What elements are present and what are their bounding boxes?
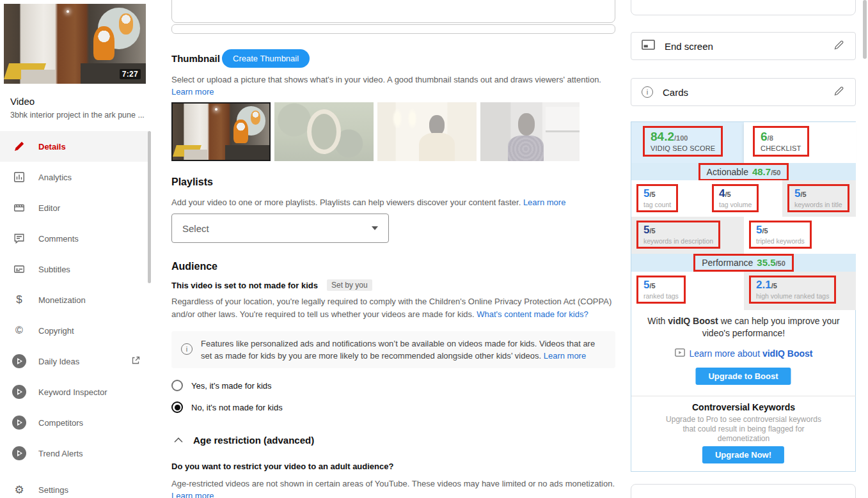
vidiq-panel: 84.2/100 VIDIQ SEO SCORE 6/8 CHECKLIST A… <box>631 121 856 472</box>
tab-checklist[interactable]: 6/8 CHECKLIST <box>744 122 856 163</box>
metric-tag-count: 5/5tag count <box>631 180 707 217</box>
performance-annotated: Performance 35.5/50 <box>693 254 794 272</box>
upgrade-now-button[interactable]: Upgrade Now! <box>702 446 784 463</box>
controversial-keywords-body: Upgrade to Pro to see controversial keyw… <box>631 415 856 444</box>
playlists-learn-more-link[interactable]: Learn more <box>523 198 565 207</box>
vidiq-icon <box>12 446 27 460</box>
tab-vidiq-seo-score[interactable]: 84.2/100 VIDIQ SEO SCORE <box>631 122 744 163</box>
vidiq-icon <box>12 416 27 430</box>
video-section-label: Video <box>10 96 35 107</box>
age-restriction-heading: Age restriction (advanced) <box>193 435 314 446</box>
age-restriction-helper: Age-restricted videos are not shown in c… <box>171 478 626 490</box>
sidebar-item-comments[interactable]: Comments <box>0 223 148 254</box>
analytics-icon <box>12 171 27 183</box>
info-icon: i <box>181 343 193 355</box>
editor-icon <box>12 202 27 214</box>
audience-status: This video is set to not made for kidsSe… <box>171 279 372 291</box>
video-duration: 7:27 <box>120 69 141 79</box>
playlists-helper-text: Add your video to one or more playlists.… <box>171 196 632 209</box>
thumbnail-option-2[interactable] <box>274 102 374 161</box>
sidebar-item-details[interactable]: Details <box>0 131 148 162</box>
audience-heading: Audience <box>171 261 217 272</box>
page-scrollbar[interactable] <box>863 0 867 59</box>
checklist-annotated: 6/8 CHECKLIST <box>753 126 809 157</box>
description-field[interactable] <box>171 0 615 23</box>
video-title: 3bhk interior project in the ark pune ..… <box>10 111 145 120</box>
performance-value: 35.5 <box>757 257 775 268</box>
youtube-studio-video-details-page: 7:27 Video 3bhk interior project in the … <box>0 0 868 498</box>
upgrade-to-boost-button[interactable]: Upgrade to Boost <box>695 368 791 385</box>
age-restriction-question: Do you want to restrict your video to an… <box>171 462 393 471</box>
actionable-value: 48.7 <box>752 166 771 177</box>
cards-label: Cards <box>663 87 833 98</box>
radio-not-made-for-kids[interactable]: No, it's not made for kids <box>171 401 283 413</box>
coppa-text: Regardless of your location, you're lega… <box>171 295 619 321</box>
thumbnail-learn-more-link[interactable]: Learn more <box>171 87 214 97</box>
comments-icon <box>12 233 27 244</box>
playlists-select-value: Select <box>182 223 372 234</box>
radio-icon-unselected[interactable] <box>171 380 183 391</box>
metric-keywords-in-description: 5/5keywords in description <box>631 217 744 254</box>
thumbnail-option-selected[interactable] <box>171 102 271 161</box>
edit-pencil-icon[interactable] <box>833 39 845 53</box>
partial-card-top <box>631 0 856 15</box>
dollar-icon: $ <box>12 293 27 306</box>
partial-card-bottom <box>631 484 856 498</box>
sidebar-item-editor[interactable]: Editor <box>0 192 148 223</box>
panel-divider <box>631 396 856 396</box>
sidebar-item-daily-ideas[interactable]: Daily Ideas <box>0 346 148 377</box>
thumbnail-option-4[interactable] <box>480 102 580 161</box>
boost-learn-more-row[interactable]: Learn more about vidIQ Boost <box>631 348 856 359</box>
vidiq-icon <box>12 385 27 399</box>
metric-keywords-in-title: 5/5keywords in title <box>782 180 856 217</box>
checklist-value: 6 <box>761 130 768 143</box>
age-restriction-toggle[interactable]: Age restriction (advanced) <box>174 434 314 446</box>
video-preview[interactable]: 7:27 <box>4 4 146 84</box>
seo-score-label: VIDIQ SEO SCORE <box>651 144 715 152</box>
controversial-keywords-heading: Controversial Keywords <box>631 402 856 412</box>
edit-pencil-icon[interactable] <box>833 85 845 99</box>
end-screen-label: End screen <box>665 41 833 52</box>
coppa-link[interactable]: What's content made for kids? <box>477 309 588 319</box>
gear-icon: ⚙ <box>12 483 27 497</box>
sidebar-item-settings[interactable]: ⚙ Settings <box>0 474 148 498</box>
radio-made-for-kids[interactable]: Yes, it's made for kids <box>171 380 272 391</box>
sidebar-item-monetization[interactable]: $ Monetization <box>0 284 148 315</box>
thumbnail-heading: Thumbnail <box>171 53 220 64</box>
actionable-annotated: Actionable 48.7/50 <box>698 163 789 181</box>
playlists-select[interactable]: Select <box>171 214 389 243</box>
playlists-heading: Playlists <box>171 176 213 188</box>
radio-icon-selected[interactable] <box>171 401 183 413</box>
sidebar-item-competitors[interactable]: Competitors <box>0 407 148 438</box>
description-field-footer[interactable] <box>171 24 615 34</box>
video-play-icon <box>675 348 685 359</box>
age-restriction-learn-more-link[interactable]: Learn more <box>171 491 214 498</box>
end-screen-card[interactable]: End screen <box>631 32 856 60</box>
create-thumbnail-button[interactable]: Create Thumbnail <box>222 49 310 68</box>
cards-info-icon: i <box>642 86 653 98</box>
info-box-text: Features like personalized ads and notif… <box>201 338 597 362</box>
sidebar-item-copyright[interactable]: © Copyright <box>0 315 148 346</box>
radio-yes-label: Yes, it's made for kids <box>191 381 272 391</box>
metric-tag-volume: 4/5tag volume <box>707 180 782 217</box>
external-link-icon <box>131 355 141 368</box>
actionable-bar: Actionable 48.7/50 <box>631 163 856 180</box>
sidebar-scrollbar[interactable] <box>148 131 151 283</box>
cards-card[interactable]: i Cards <box>631 78 856 106</box>
thumbnail-image-hallway <box>173 104 269 160</box>
chevron-down-icon <box>372 226 378 230</box>
sidebar-item-trend-alerts[interactable]: Trend Alerts <box>0 438 148 469</box>
sidebar-item-subtitles[interactable]: Subtitles <box>0 254 148 284</box>
sidebar-item-keyword-inspector[interactable]: Keyword Inspector <box>0 377 148 407</box>
seo-score-annotated: 84.2/100 VIDIQ SEO SCORE <box>643 126 723 157</box>
subtitles-icon <box>12 263 27 275</box>
performance-bar: Performance 35.5/50 <box>631 254 856 272</box>
sidebar-item-analytics[interactable]: Analytics <box>0 162 148 192</box>
info-learn-more-link[interactable]: Learn more <box>544 351 586 361</box>
vidiq-icon <box>12 354 27 368</box>
set-by-you-badge: Set by you <box>327 279 372 291</box>
thumbnail-option-3[interactable] <box>377 102 477 161</box>
metric-high-volume-ranked-tags: 2.1/5high volume ranked tags <box>744 272 856 310</box>
end-screen-icon <box>642 40 655 52</box>
sidebar: 7:27 Video 3bhk interior project in the … <box>0 0 157 498</box>
